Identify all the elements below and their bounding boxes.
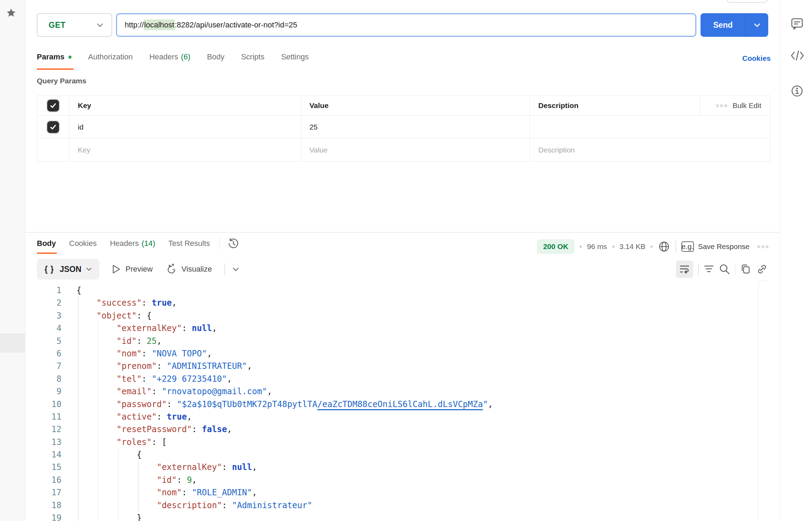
response-tab-cookies[interactable]: Cookies bbox=[69, 239, 97, 248]
format-label: JSON bbox=[60, 265, 82, 274]
scroll-area-corner bbox=[758, 281, 769, 521]
select-all-checkbox[interactable] bbox=[47, 100, 59, 111]
method-select[interactable]: GET bbox=[37, 13, 112, 37]
divider bbox=[735, 263, 736, 275]
more-dots-icon[interactable] bbox=[716, 105, 727, 107]
response-tab-headers[interactable]: Headers(14) bbox=[110, 239, 155, 248]
param-key-input[interactable]: Key bbox=[69, 139, 301, 161]
request-tab-settings[interactable]: Settings bbox=[281, 52, 309, 61]
code-line: "prenom": "ADMINISTRATEUR", bbox=[76, 360, 493, 372]
password-hash-link[interactable]: /eaZcTDM88ceOniLS6lCahL.dLsVCpMZa bbox=[317, 399, 483, 409]
visualize-button[interactable]: Visualize bbox=[165, 263, 212, 275]
separator-dot bbox=[651, 246, 653, 248]
code-line: "externalKey": null, bbox=[76, 322, 493, 334]
code-line: "password": "$2a$10$qTUb0tMK72pT48pytlTA… bbox=[76, 398, 493, 411]
request-tab-params[interactable]: Params bbox=[37, 52, 72, 61]
method-label: GET bbox=[49, 20, 66, 30]
request-tab-body[interactable]: Body bbox=[207, 52, 224, 61]
status-badge[interactable]: 200 OK bbox=[537, 239, 574, 254]
response-time: 96 ms bbox=[587, 242, 607, 251]
save-response-button[interactable]: e.g. Save Response bbox=[681, 241, 749, 252]
unsaved-dot bbox=[68, 56, 72, 59]
more-dots-icon[interactable] bbox=[757, 246, 768, 248]
chevron-down-icon bbox=[97, 23, 103, 27]
request-tab-scripts[interactable]: Scripts bbox=[241, 52, 264, 61]
code-line: { bbox=[76, 448, 493, 461]
filter-icon[interactable] bbox=[704, 264, 714, 274]
select-all-cell bbox=[37, 96, 69, 115]
row-select-cell bbox=[37, 116, 69, 138]
url-highlight: localhost bbox=[144, 19, 175, 30]
star-icon[interactable] bbox=[6, 7, 17, 18]
code-line: "id": 9, bbox=[76, 474, 493, 486]
response-body-viewer[interactable]: 12345678910111213141516171819 { "success… bbox=[0, 284, 780, 521]
request-tab-authorization[interactable]: Authorization bbox=[88, 52, 133, 61]
info-icon[interactable] bbox=[790, 84, 804, 98]
code-line: "success": true, bbox=[76, 297, 493, 309]
code-icon[interactable] bbox=[790, 50, 804, 64]
checkmark-icon bbox=[50, 102, 57, 109]
divider bbox=[219, 238, 220, 249]
code-line: "object": { bbox=[76, 309, 493, 322]
param-description-cell[interactable] bbox=[530, 116, 770, 138]
checkmark-icon bbox=[50, 124, 57, 131]
preview-button[interactable]: Preview bbox=[112, 264, 152, 274]
wrap-text-icon[interactable] bbox=[676, 260, 693, 278]
table-row: id 25 bbox=[37, 115, 770, 138]
format-select[interactable]: { } JSON bbox=[37, 259, 99, 280]
send-label[interactable]: Send bbox=[701, 13, 746, 37]
query-params-title: Query Params bbox=[37, 77, 86, 85]
param-description-input[interactable]: Description bbox=[530, 139, 770, 161]
section-divider bbox=[25, 232, 780, 233]
code-line: "nom": "ROLE_ADMIN", bbox=[76, 486, 493, 499]
row-checkbox[interactable] bbox=[47, 121, 59, 133]
param-key-cell[interactable]: id bbox=[69, 116, 301, 138]
code-line: "roles": [ bbox=[76, 436, 493, 448]
column-header-key: Key bbox=[69, 96, 301, 115]
play-icon bbox=[112, 264, 121, 274]
code-line: "id": 25, bbox=[76, 335, 493, 347]
bulk-edit-label[interactable]: Bulk Edit bbox=[732, 101, 761, 110]
table-header-row: Key Value Description Bulk Edit bbox=[37, 96, 770, 115]
cookies-link[interactable]: Cookies bbox=[742, 54, 771, 63]
row-select-cell bbox=[37, 139, 69, 161]
query-params-table: Key Value Description Bulk Edit id 25 Ke… bbox=[37, 96, 771, 162]
url-input[interactable]: http://localhost:8282/api/user/activate-… bbox=[116, 13, 696, 37]
code-line: "nom": "NOVA TOPO", bbox=[76, 347, 493, 360]
param-value-cell[interactable]: 25 bbox=[301, 116, 530, 138]
copy-icon[interactable] bbox=[740, 263, 751, 275]
search-icon[interactable] bbox=[719, 264, 730, 275]
table-row-empty: Key Value Description bbox=[37, 138, 770, 161]
divider bbox=[676, 241, 676, 253]
comment-icon[interactable] bbox=[790, 17, 804, 31]
response-status-bar: 200 OK 96 ms 3.14 KB e.g. Save Response bbox=[537, 238, 768, 255]
right-sidebar-rail bbox=[780, 0, 812, 521]
link-icon[interactable] bbox=[756, 263, 768, 275]
column-header-description: Description bbox=[530, 96, 700, 115]
chevron-down-icon bbox=[86, 267, 92, 271]
code-line: { bbox=[76, 284, 493, 297]
bulk-edit-button[interactable]: Bulk Edit bbox=[700, 96, 770, 115]
active-tab-underline bbox=[37, 68, 74, 70]
param-value-input[interactable]: Value bbox=[301, 139, 530, 161]
response-tabs: BodyCookiesHeaders(14)Test Results bbox=[37, 237, 240, 250]
request-tabs: ParamsAuthorizationHeaders(6)BodyScripts… bbox=[37, 52, 309, 61]
code-line: "description": "Administrateur" bbox=[76, 499, 493, 512]
save-response-label[interactable]: Save Response bbox=[698, 242, 749, 251]
globe-icon[interactable] bbox=[658, 240, 670, 253]
code-line: } bbox=[76, 512, 493, 521]
partial-button-top[interactable] bbox=[727, 0, 768, 3]
request-tab-headers[interactable]: Headers(6) bbox=[149, 52, 190, 61]
code-tools bbox=[676, 259, 768, 280]
send-options-caret[interactable] bbox=[746, 13, 768, 37]
braces-icon: { } bbox=[44, 264, 55, 274]
history-icon[interactable] bbox=[227, 237, 240, 250]
more-formats-caret[interactable] bbox=[233, 267, 239, 271]
code-line: "externalKey": null, bbox=[76, 461, 493, 473]
line-numbers: 12345678910111213141516171819 bbox=[31, 284, 61, 521]
response-tab-body[interactable]: Body bbox=[37, 239, 56, 248]
response-tab-test-results[interactable]: Test Results bbox=[168, 239, 210, 248]
url-text: http://localhost:8282/api/user/activate-… bbox=[125, 20, 297, 30]
response-size: 3.14 KB bbox=[620, 242, 646, 251]
send-button[interactable]: Send bbox=[701, 13, 768, 37]
